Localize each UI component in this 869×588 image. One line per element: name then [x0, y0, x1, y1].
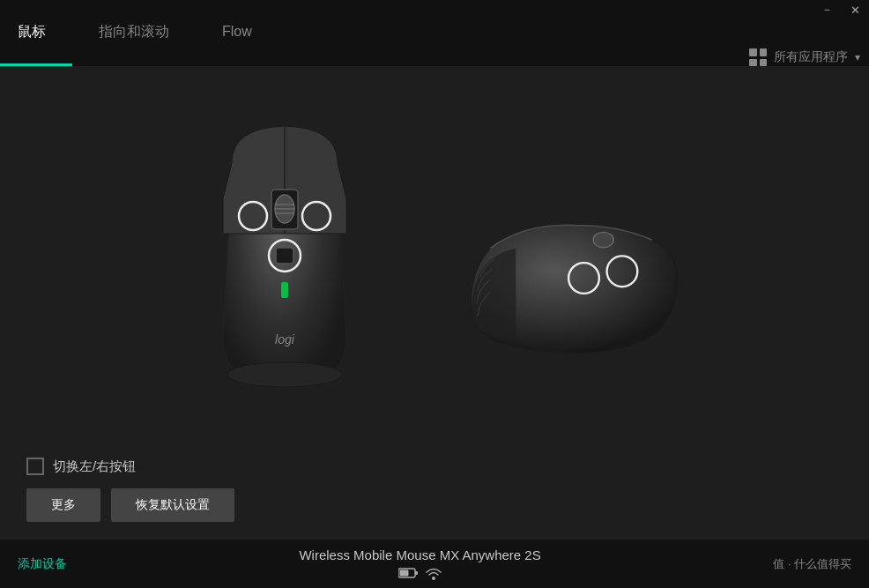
- svg-point-11: [227, 362, 342, 387]
- app-grid-icon[interactable]: [749, 48, 767, 66]
- action-buttons-row: 更多 恢复默认设置: [26, 488, 843, 522]
- svg-rect-17: [399, 570, 408, 577]
- tab-flow[interactable]: Flow: [196, 0, 279, 66]
- minimize-button[interactable]: －: [813, 0, 841, 19]
- svg-point-14: [593, 232, 613, 247]
- device-status-icons: [398, 566, 442, 580]
- svg-text:logi: logi: [275, 332, 295, 346]
- watermark-text: 值 · 什么值得买: [773, 556, 851, 572]
- svg-rect-9: [281, 282, 288, 298]
- nav-tabs: 鼠标 指向和滚动 Flow: [0, 0, 279, 66]
- swap-buttons-row: 切换左/右按钮: [26, 458, 843, 475]
- tab-pointing-label: 指向和滚动: [99, 23, 169, 41]
- battery-icon: [398, 568, 418, 578]
- navigation-bar: 鼠标 指向和滚动 Flow 所有应用程序 ▾: [0, 0, 869, 66]
- battery-indicator: [398, 568, 418, 578]
- tab-pointing[interactable]: 指向和滚动: [72, 0, 196, 66]
- main-content: logi: [0, 66, 869, 540]
- more-button[interactable]: 更多: [26, 488, 100, 522]
- nav-right: 所有应用程序 ▾: [749, 48, 869, 66]
- app-switcher-label[interactable]: 所有应用程序: [774, 49, 848, 65]
- tab-mouse-label: 鼠标: [18, 23, 46, 41]
- reset-button[interactable]: 恢复默认设置: [111, 488, 234, 522]
- controls-area: 切换左/右按钮 更多 恢复默认设置: [0, 444, 869, 540]
- footer: 添加设备 Wireless Mobile Mouse MX Anywhere 2…: [0, 540, 869, 588]
- svg-rect-16: [415, 571, 418, 575]
- chevron-down-icon: ▾: [855, 51, 860, 63]
- watermark-area: 值 · 什么值得买: [773, 556, 851, 572]
- mouse-front-svg: logi: [179, 110, 390, 401]
- mouse-display-area: logi: [0, 66, 869, 444]
- device-name-label: Wireless Mobile Mouse MX Anywhere 2S: [299, 547, 540, 562]
- svg-rect-8: [276, 248, 293, 264]
- tab-flow-label: Flow: [222, 24, 252, 40]
- tab-mouse[interactable]: 鼠标: [0, 0, 72, 66]
- mouse-side-view: [448, 203, 694, 379]
- mouse-side-svg: [448, 207, 694, 375]
- swap-buttons-label: 切换左/右按钮: [53, 458, 136, 475]
- device-info: Wireless Mobile Mouse MX Anywhere 2S: [299, 547, 540, 580]
- wireless-icon: [425, 566, 442, 580]
- swap-buttons-checkbox[interactable]: [26, 458, 44, 475]
- close-button[interactable]: ✕: [841, 0, 869, 19]
- add-device-link[interactable]: 添加设备: [18, 556, 67, 572]
- mouse-front-view: logi: [175, 106, 395, 406]
- title-bar-controls: － ✕: [813, 0, 869, 19]
- svg-point-18: [432, 577, 435, 580]
